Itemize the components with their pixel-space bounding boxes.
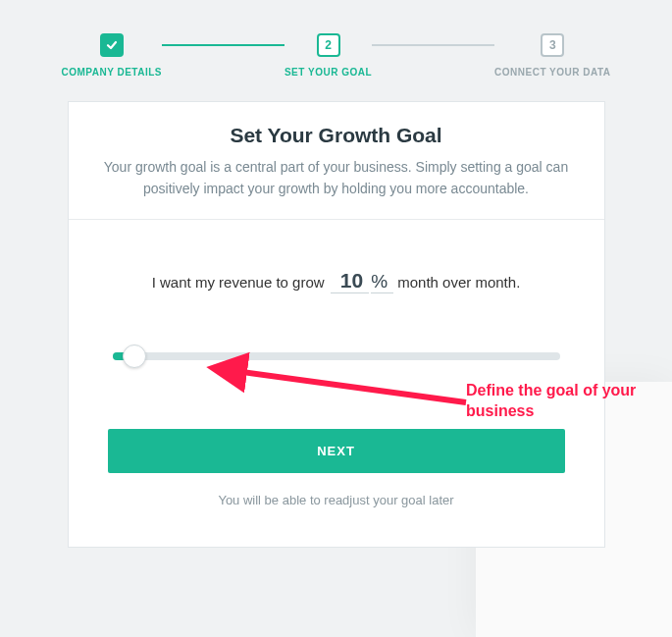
card-header: Set Your Growth Goal Your growth goal is… bbox=[69, 102, 604, 220]
step-company-details[interactable]: COMPANY DETAILS bbox=[61, 33, 162, 78]
goal-value-input[interactable]: 10 bbox=[331, 269, 369, 293]
goal-suffix: month over month. bbox=[397, 274, 520, 291]
step-connector bbox=[162, 44, 284, 46]
onboarding-card: Set Your Growth Goal Your growth goal is… bbox=[68, 101, 605, 548]
slider-handle[interactable] bbox=[123, 345, 146, 368]
stepper: COMPANY DETAILS 2 SET YOUR GOAL 3 CONNEC… bbox=[0, 0, 672, 101]
footnote: You will be able to readjust your goal l… bbox=[108, 493, 565, 507]
card-subtitle: Your growth goal is a central part of yo… bbox=[104, 157, 569, 199]
goal-sentence: I want my revenue to grow 10% month over… bbox=[108, 269, 565, 293]
goal-slider[interactable] bbox=[113, 352, 560, 360]
step-label: SET YOUR GOAL bbox=[284, 67, 372, 78]
step-set-your-goal[interactable]: 2 SET YOUR GOAL bbox=[284, 33, 372, 78]
card-title: Set Your Growth Goal bbox=[104, 124, 569, 147]
step-number: 2 bbox=[317, 33, 340, 57]
check-icon bbox=[100, 33, 124, 57]
step-label: CONNECT YOUR DATA bbox=[494, 67, 611, 78]
step-number: 3 bbox=[541, 33, 564, 57]
goal-unit: % bbox=[371, 271, 393, 293]
step-connect-your-data[interactable]: 3 CONNECT YOUR DATA bbox=[494, 33, 611, 78]
step-label: COMPANY DETAILS bbox=[61, 67, 162, 78]
next-button[interactable]: NEXT bbox=[108, 429, 565, 473]
card-body: I want my revenue to grow 10% month over… bbox=[69, 220, 604, 547]
goal-prefix: I want my revenue to grow bbox=[152, 274, 325, 291]
step-connector bbox=[372, 44, 494, 46]
